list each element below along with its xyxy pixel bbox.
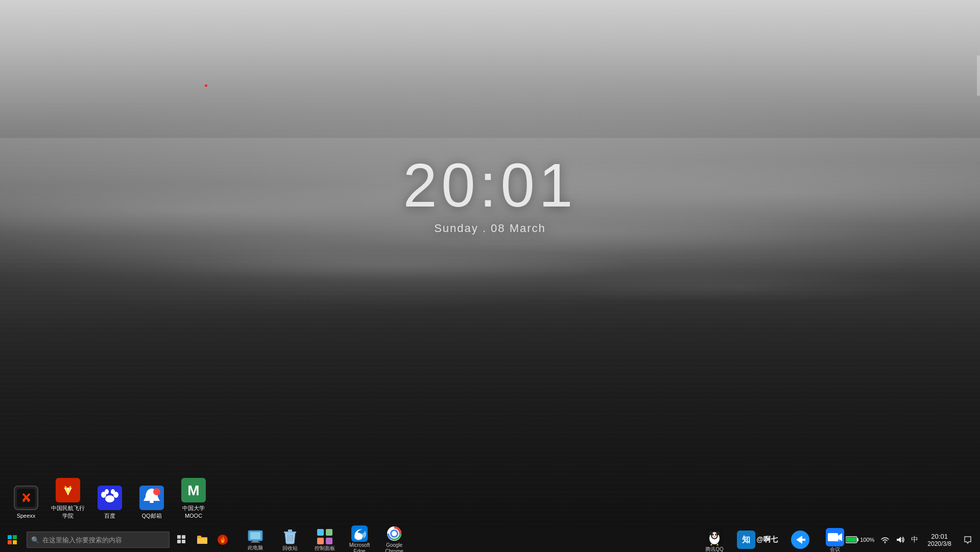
taskbar-chrome-label: Google Chrome [378,542,411,553]
volume-indicator[interactable] [893,527,908,552]
taskbar-right-apps: 腾讯QQ 知 @啊七 [697,527,852,552]
fire-app-taskbar-button[interactable] [212,527,233,552]
battery-icon [846,536,859,543]
qqmail-icon [139,486,164,510]
wifi-indicator[interactable] [877,527,893,552]
start-button[interactable] [0,527,25,552]
desktop-icon-speexx-label: Speexx [17,512,36,519]
notification-icon [964,536,972,544]
taskbar-edge-label: Microsoft Edge [343,542,376,553]
taskbar-control-panel[interactable]: 控制面板 [307,527,342,552]
battery-indicator[interactable]: 100% [843,527,877,552]
svg-rect-56 [847,538,856,542]
taskbar-edge[interactable]: Microsoft Edge [342,527,377,552]
svg-point-7 [105,495,114,502]
ime-indicator[interactable]: 中 [908,527,921,552]
mooc-icon: M [181,478,206,502]
wifi-icon [880,536,890,544]
svg-rect-55 [857,538,858,541]
desktop-icon-speexx[interactable]: ✕ X Speexx [5,482,47,522]
taskbar-clock[interactable]: 20:01 2020/3/8 [921,527,958,552]
svg-text:M: M [187,482,199,498]
task-view-button[interactable] [172,527,192,552]
svg-rect-33 [317,538,324,544]
svg-point-48 [713,536,715,537]
taskbar-tencent-qq[interactable]: 腾讯QQ [697,527,732,552]
svg-rect-34 [326,538,332,544]
fire-icon [217,534,228,545]
zhihu-icon: 知 [737,531,755,549]
battery-percent-label: 100% [860,537,874,543]
task-view-icon [177,535,186,544]
ime-label: 中 [911,535,918,544]
chrome-icon [385,525,403,542]
desktop: 20:01 Sunday . 08 March ✕ X Speexx ▼ V [0,0,980,552]
taskbar-this-pc[interactable]: 此电脑 [238,527,273,552]
taskbar-recycle-bin-label: 回收站 [282,545,298,551]
svg-rect-18 [182,535,185,539]
tencent-qq-icon [705,528,724,546]
chevron-up-icon: ∧ [836,537,841,543]
volume-icon [896,536,905,544]
svg-point-39 [392,531,397,536]
edge-icon [350,525,369,542]
desktop-icon-mooc[interactable]: M 中国大学MOOC [173,475,214,522]
taskbar-tencent-qq-label: 腾讯QQ [705,547,724,552]
taskbar-this-pc-label: 此电脑 [248,545,263,551]
windows-logo-icon [8,535,17,544]
this-pc-icon [246,528,265,544]
svg-rect-13 [150,501,154,503]
system-tray: ∧ 100% [832,527,980,552]
svg-rect-17 [177,535,181,539]
taskbar-zhihu[interactable]: 知 @啊七 [732,527,783,552]
zhihu-group: 知 @啊七 [737,531,778,549]
svg-point-47 [716,534,717,535]
svg-point-10 [105,489,109,494]
taskbar-arrow-app[interactable] [783,527,818,552]
clock-time: 20:01 [403,154,577,216]
desktop-icon-qqmail[interactable]: QQ邮箱 [131,482,173,522]
taskbar-chrome[interactable]: Google Chrome [377,527,412,552]
wallpaper-overlay [0,0,980,552]
caac-icon: ▼ V [56,478,80,502]
search-bar[interactable]: 🔍 [27,532,170,548]
control-panel-icon [316,528,334,545]
svg-rect-23 [250,532,260,539]
search-icon: 🔍 [31,536,39,544]
baidu-icon [98,486,122,510]
svg-rect-32 [326,529,332,536]
svg-rect-27 [288,530,292,532]
taskbar-date: 2020/3/8 [927,540,951,547]
svg-point-49 [709,531,712,535]
svg-rect-25 [251,542,260,543]
show-hidden-icons-button[interactable]: ∧ [834,527,843,552]
taskbar-recycle-bin[interactable]: 回收站 [273,527,307,552]
search-input[interactable] [42,536,165,544]
speexx-icon: ✕ X [14,486,38,510]
file-explorer-taskbar-button[interactable] [192,527,212,552]
desktop-icon-baidu[interactable]: 百度 [89,482,131,522]
taskbar-time: 20:01 [931,533,948,540]
svg-rect-26 [284,532,296,533]
desktop-icon-baidu-label: 百度 [104,512,115,519]
svg-point-11 [111,489,115,494]
recycle-bin-icon [281,528,299,545]
svg-text:X: X [22,492,30,504]
desktop-icon-qqmail-label: QQ邮箱 [141,512,161,519]
desktop-icon-caac[interactable]: ▼ V 中国民航飞行学院 [47,475,89,522]
svg-point-46 [713,534,714,535]
svg-point-50 [716,531,720,535]
clock-display: 20:01 Sunday . 08 March [403,154,577,235]
zhihu-text: @啊七 [756,535,778,544]
clock-date: Sunday . 08 March [403,222,577,235]
svg-rect-31 [317,529,324,536]
notification-button[interactable] [958,527,978,552]
svg-text:V: V [64,484,71,495]
desktop-icons-area: ✕ X Speexx ▼ V 中国民航飞行学院 [0,475,220,522]
svg-point-14 [153,488,160,495]
scrollbar[interactable] [977,55,980,96]
svg-rect-19 [177,540,181,543]
desktop-icon-mooc-label: 中国大学MOOC [175,504,212,519]
svg-rect-20 [182,540,185,543]
desktop-icon-caac-label: 中国民航飞行学院 [49,504,87,519]
